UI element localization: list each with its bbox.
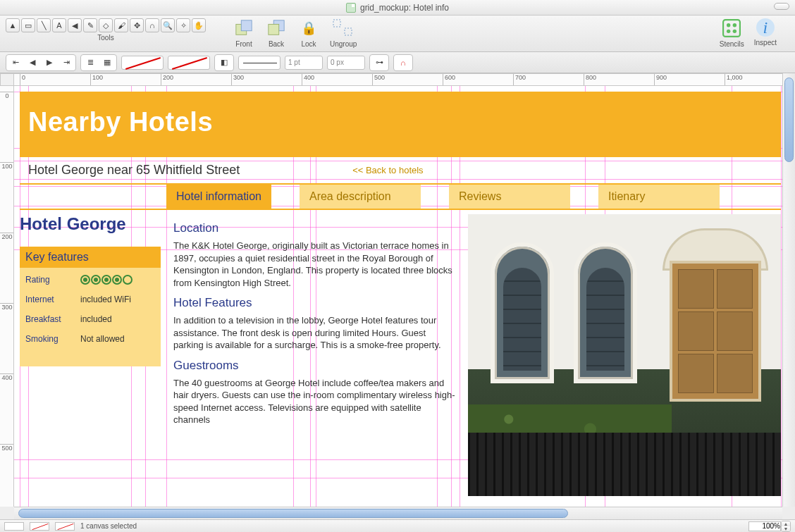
ungroup-icon — [332, 18, 355, 38]
style-toolbar: ⇤ ◀ ▶ ⇥ ≣▦ ◧ 1 pt 0 px ⊶ ∩ — [0, 52, 795, 73]
nav-next-icon[interactable]: ▶ — [42, 56, 57, 69]
breadcrumb-row: Hotel George near 65 Whitfield Street <<… — [20, 156, 781, 183]
svg-point-7 — [727, 23, 730, 27]
canvas[interactable]: Nearby Hotels Hotel George near 65 Whitf… — [14, 86, 782, 507]
zoom-stepper[interactable]: ▲▼ — [781, 521, 791, 532]
horizontal-scrollbar[interactable] — [14, 507, 782, 519]
pen-tool-icon[interactable]: ✎ — [83, 18, 97, 32]
back-link[interactable]: << Back to hotels — [352, 165, 423, 175]
crop-tool-icon[interactable]: ✧ — [176, 18, 190, 32]
info-icon: i — [756, 18, 775, 37]
key-features-heading: Key features — [20, 247, 161, 268]
vertical-ruler[interactable]: 0100200300400500 — [0, 86, 14, 507]
banner: Nearby Hotels — [20, 92, 781, 156]
tools-group: ▲ ▭ ╲ A ◀ ✎ ◇ 🖌 ✥ ∩ 🔍 ✧ ✋ Tools — [6, 18, 206, 42]
tab-reviews[interactable]: Reviews — [449, 185, 570, 209]
shape-tool-icon[interactable]: ◇ — [99, 18, 113, 32]
hotel-photo — [468, 214, 781, 496]
zoom-control[interactable]: ▲▼ — [748, 521, 791, 532]
nav-first-icon[interactable]: ⇤ — [8, 56, 23, 69]
pointer-tool-icon[interactable]: ▲ — [6, 18, 20, 32]
zoom-tool-icon[interactable]: 🔍 — [161, 18, 175, 32]
window-pill-button[interactable] — [774, 3, 789, 10]
guestrooms-text: The 40 guestrooms at George Hotel includ… — [173, 377, 455, 426]
mockup-page: Nearby Hotels Hotel George near 65 Whitf… — [20, 92, 781, 507]
magnet-toggle-icon[interactable]: ∩ — [395, 56, 411, 69]
shadow-icon[interactable]: ◧ — [216, 56, 232, 69]
hand-tool-icon[interactable]: ✋ — [192, 18, 206, 32]
features-text: In addition to a television in the lobby… — [173, 314, 455, 352]
svg-rect-1 — [241, 20, 252, 31]
inspect-button[interactable]: i Inspect — [754, 18, 777, 48]
stencils-icon — [720, 18, 743, 38]
ruler-corner — [0, 73, 14, 86]
status-bar: 1 canvas selected ▲▼ — [0, 519, 795, 532]
page-subtitle: Hotel George near 65 Whitfield Street — [28, 163, 240, 178]
location-heading: Location — [173, 221, 455, 235]
stencils-button[interactable]: Stencils — [720, 18, 744, 48]
vertical-scrollbar[interactable] — [782, 73, 795, 507]
hotel-name: Hotel George — [20, 214, 161, 234]
main-toolbar: ▲ ▭ ╲ A ◀ ✎ ◇ 🖌 ✥ ∩ 🔍 ✧ ✋ Tools Front — [0, 16, 795, 52]
features-heading: Hotel Features — [173, 296, 455, 310]
send-back-button[interactable]: Back — [265, 18, 288, 48]
nav-prev-icon[interactable]: ◀ — [25, 56, 40, 69]
tab-bar: Hotel information Area description Revie… — [20, 183, 781, 210]
document-icon — [346, 3, 356, 13]
bring-front-icon — [233, 18, 255, 38]
stroke-weight-field[interactable]: 1 pt — [285, 56, 323, 70]
send-back-icon — [265, 18, 288, 38]
stroke-swatch[interactable] — [168, 56, 210, 70]
lock-button[interactable]: 🔒 Lock — [297, 18, 320, 48]
window-titlebar: grid_mockup: Hotel info — [0, 0, 795, 16]
left-column: Hotel George Key features Rating Interne… — [20, 214, 161, 496]
zoom-field[interactable] — [748, 521, 781, 531]
stroke-indicator-2[interactable] — [55, 522, 75, 531]
nav-last-icon[interactable]: ⇥ — [58, 56, 74, 69]
distribute-icon[interactable]: ≣ — [82, 56, 98, 69]
middle-column: Location The K&K Hotel George, originall… — [173, 214, 455, 496]
svg-rect-4 — [333, 20, 340, 27]
tab-area-description[interactable]: Area description — [300, 185, 421, 209]
key-row-breakfast: Breakfast included — [25, 314, 155, 324]
tab-hotel-info[interactable]: Hotel information — [166, 185, 271, 209]
scroll-thumb[interactable] — [784, 78, 794, 162]
bring-front-button[interactable]: Front — [233, 18, 255, 48]
content-row: Hotel George Key features Rating Interne… — [20, 210, 781, 496]
line-tool-icon[interactable]: ╲ — [37, 18, 51, 32]
ungroup-button[interactable]: Ungroup — [330, 18, 357, 48]
snap-icon[interactable]: ▦ — [99, 56, 115, 69]
fill-swatch[interactable] — [121, 56, 164, 70]
brush-tool-icon[interactable]: 🖌 — [114, 18, 128, 32]
banner-title: Nearby Hotels — [28, 107, 772, 137]
key-row-smoking: Smoking Not allowed — [25, 334, 155, 344]
svg-rect-6 — [723, 20, 740, 37]
endpoints-icon[interactable]: ⊶ — [371, 56, 387, 69]
svg-point-9 — [727, 30, 730, 33]
align-group: ⇤ ◀ ▶ ⇥ — [6, 54, 76, 71]
horizontal-ruler[interactable]: 01002003004005006007008009001,0001,1 — [14, 73, 782, 86]
corner-radius-field[interactable]: 0 px — [327, 56, 365, 70]
stamp-tool-icon[interactable]: ✥ — [130, 18, 144, 32]
scroll-thumb[interactable] — [18, 509, 568, 518]
text-tool-icon[interactable]: A — [52, 18, 66, 32]
svg-rect-3 — [269, 24, 279, 35]
tools-label: Tools — [97, 34, 113, 42]
fill-indicator[interactable] — [4, 522, 24, 531]
rating-dots — [80, 275, 132, 285]
magnet-tool-icon[interactable]: ∩ — [145, 18, 159, 32]
key-row-internet: Internet included WiFi — [25, 295, 155, 304]
key-row-rating: Rating — [25, 275, 155, 285]
location-text: The K&K Hotel George, originally built a… — [173, 240, 455, 289]
svg-point-8 — [733, 23, 737, 27]
selection-status: 1 canvas selected — [80, 522, 137, 530]
svg-rect-5 — [345, 28, 352, 35]
window-title: grid_mockup: Hotel info — [360, 3, 449, 13]
rect-tool-icon[interactable]: ▭ — [21, 18, 35, 32]
svg-point-10 — [733, 30, 737, 33]
lock-icon: 🔒 — [297, 18, 320, 38]
stroke-indicator[interactable] — [30, 522, 49, 531]
line-style-swatch[interactable] — [238, 56, 281, 70]
tab-itinerary[interactable]: Itienary — [598, 185, 720, 209]
prev-tool-icon[interactable]: ◀ — [68, 18, 82, 32]
